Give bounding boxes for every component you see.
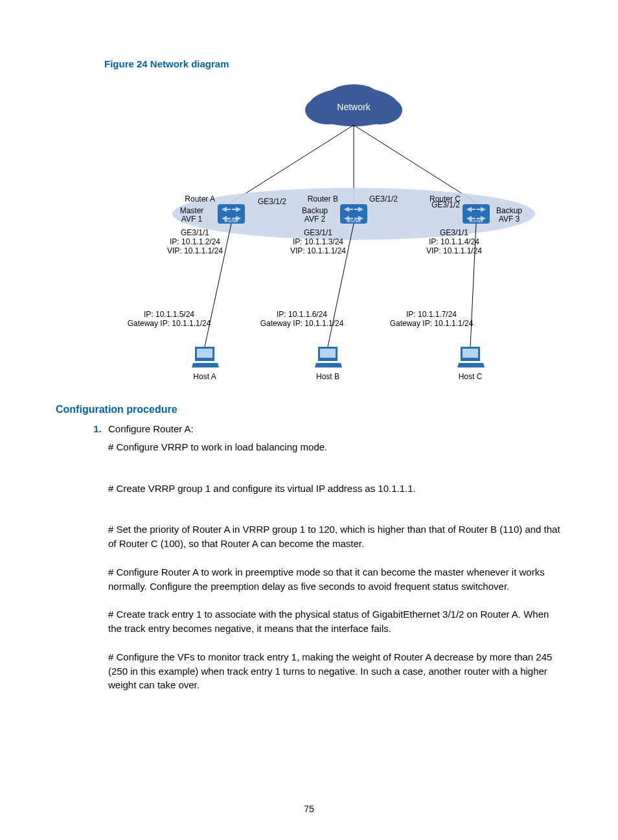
svg-text:BackupAVF 3: BackupAVF 3 [496,206,522,224]
page-number: 75 [0,804,618,814]
step-1: Configure Router A: # Configure VRRP to … [104,422,562,692]
step-para: # Configure the VFs to monitor track ent… [108,650,562,692]
svg-text:Router B: Router B [308,194,338,204]
host-c-icon [457,347,485,368]
step-para: # Create VRRP group 1 and configure its … [108,482,562,496]
svg-marker-49 [457,363,485,368]
svg-text:IP: 10.1.1.7/24: IP: 10.1.1.7/24 [406,310,457,319]
svg-text:ROUTER: ROUTER [469,219,483,223]
svg-text:IP: 10.1.1.2/24: IP: 10.1.1.2/24 [170,237,220,246]
svg-text:GE3/1/2: GE3/1/2 [258,197,286,206]
step-title: Configure Router A: [108,423,194,434]
svg-text:Gateway IP: 10.1.1.1/24: Gateway IP: 10.1.1.1/24 [260,319,344,328]
svg-text:Host B: Host B [316,372,339,381]
cloud-icon: Network [305,84,402,126]
step-para: # Configure VRRP to work in load balanci… [108,440,562,454]
svg-text:GE3/1/2: GE3/1/2 [369,194,398,204]
svg-rect-50 [463,349,478,358]
svg-marker-43 [192,363,219,368]
router-a-icon: ROUTER [218,204,245,224]
svg-text:GE3/1/2: GE3/1/2 [431,200,460,209]
svg-text:VIP: 10.1.1.1/24: VIP: 10.1.1.1/24 [290,246,346,255]
svg-rect-47 [320,349,336,358]
svg-text:Router A: Router A [185,194,215,204]
svg-marker-46 [315,363,342,368]
svg-text:VIP: 10.1.1.1/24: VIP: 10.1.1.1/24 [167,246,223,255]
step-para: # Set the priority of Router A in VRRP g… [108,522,562,551]
network-diagram: Network ROUTER ROUTER ROUTER [95,75,548,388]
svg-text:Gateway IP: 10.1.1.1/24: Gateway IP: 10.1.1.1/24 [390,319,474,328]
step-para: # Configure Router A to work in preempti… [108,565,562,594]
svg-text:ROUTER: ROUTER [347,219,361,223]
router-c-icon: ROUTER [463,204,490,224]
svg-text:GE3/1/1: GE3/1/1 [440,228,468,237]
svg-text:GE3/1/1: GE3/1/1 [304,228,332,237]
svg-text:Host C: Host C [459,372,483,381]
svg-text:IP: 10.1.1.5/24: IP: 10.1.1.5/24 [144,310,194,319]
host-b-icon [315,347,342,368]
svg-text:MasterAVF 1: MasterAVF 1 [180,206,204,224]
svg-text:IP: 10.1.1.6/24: IP: 10.1.1.6/24 [277,310,327,319]
router-b-icon: ROUTER [340,204,367,224]
section-heading: Configuration procedure [56,404,562,415]
svg-text:Network: Network [337,102,371,112]
svg-text:GE3/1/1: GE3/1/1 [181,228,209,237]
svg-text:Host A: Host A [193,372,216,381]
svg-text:Gateway IP: 10.1.1.1/24: Gateway IP: 10.1.1.1/24 [128,319,211,328]
svg-text:BackupAVF 2: BackupAVF 2 [302,206,328,224]
step-para: # Create track entry 1 to associate with… [108,607,562,636]
svg-text:IP: 10.1.1.4/24: IP: 10.1.1.4/24 [429,237,479,246]
svg-text:IP: 10.1.1.3/24: IP: 10.1.1.3/24 [293,237,343,246]
svg-text:ROUTER: ROUTER [224,219,238,223]
svg-rect-44 [197,349,212,358]
host-a-icon [192,347,219,368]
figure-caption: Figure 24 Network diagram [104,58,562,69]
svg-text:VIP: 10.1.1.1/24: VIP: 10.1.1.1/24 [426,246,482,255]
